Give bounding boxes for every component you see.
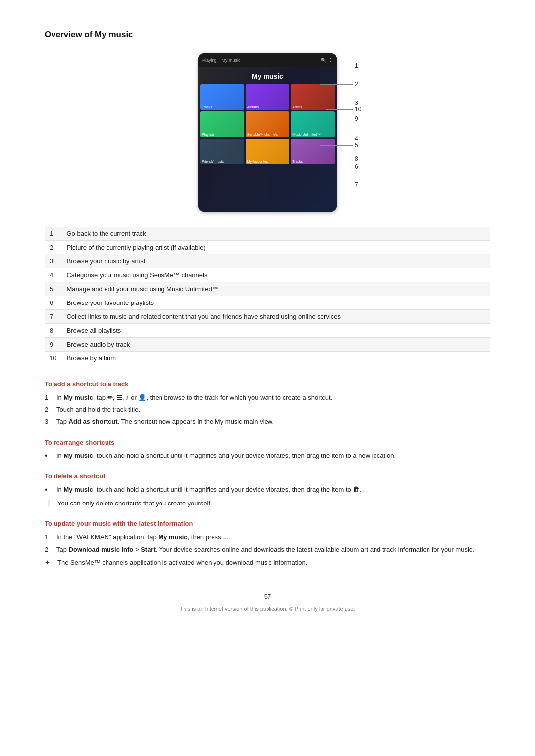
section-update-music: To update your music with the latest inf… [45, 520, 490, 568]
cell-label-myfav2: Tracks [292, 160, 303, 163]
footer-copyright: This is an Internet version of this publ… [45, 606, 490, 612]
callout-line-1 [320, 66, 353, 66]
callout-num-4: 4 [355, 135, 362, 142]
page-num-value: 57 [264, 593, 271, 600]
section-title-delete: To delete a shortcut [45, 472, 490, 480]
table-cell-num: 9 [45, 338, 61, 352]
cell-label-friends: Friends' music [202, 160, 224, 163]
steps-update: 1 In the "WALKMAN" application, tap My m… [45, 532, 490, 554]
page-container: Overview of My music Playing My music 🔍 [45, 0, 490, 652]
note-text-update: The SensMe™ channels application is acti… [57, 558, 490, 568]
note-icon-delete: ❕ [45, 499, 54, 508]
note-update: ✦ The SensMe™ channels application is ac… [45, 558, 490, 568]
callout-line-3 [320, 103, 353, 103]
table-cell-num: 5 [45, 282, 61, 296]
callout-num-9: 9 [355, 115, 362, 122]
table-row: 2Picture of the currently playing artist… [45, 241, 490, 254]
note-text-delete: You can only delete shortcuts that you c… [57, 499, 490, 508]
table-row: 1Go back to the current track [45, 227, 490, 241]
callout-num-3: 3 [355, 100, 362, 106]
callout-9: 9 [320, 115, 362, 122]
grid-cell-tracks: Tracks [200, 84, 244, 110]
table-row: 10Browse by album [45, 352, 490, 365]
table-cell-desc: Manage and edit your music using Music U… [61, 282, 490, 296]
callout-8: 8 [320, 155, 362, 162]
grid-cell-sensme: SensMe™ channels [246, 111, 290, 137]
section-title-update: To update your music with the latest inf… [45, 520, 490, 527]
table-cell-desc: Browse your favourite playlists [61, 296, 490, 310]
grid-cell-friends: Friends' music [200, 139, 244, 164]
callout-2: 2 [320, 81, 362, 88]
callout-line-10 [326, 109, 353, 110]
step-3-add-shortcut: 3 Tap Add as shortcut. The shortcut now … [45, 417, 490, 427]
callout-line-7 [320, 185, 353, 185]
phone-mock: Playing My music 🔍 ⋮ My music [198, 53, 337, 212]
table-row: 3Browse your music by artist [45, 254, 490, 268]
table-cell-num: 4 [45, 268, 61, 282]
nav-mymusic: My music [222, 58, 241, 63]
bullet-text-delete: In My music, touch and hold a shortcut u… [56, 485, 490, 495]
bullet-text-rearrange: In My music, touch and hold a shortcut u… [56, 451, 490, 461]
section-title-rearrange: To rearrange shortcuts [45, 439, 490, 446]
cell-label-artists: Artists [292, 105, 302, 109]
table-cell-desc: Collect links to music and related conte… [61, 310, 490, 324]
table-cell-desc: Browse all playlists [61, 324, 490, 338]
grid-row-3: Friends' music My favourites Tracks [200, 139, 335, 164]
step-text-update-1: In the "WALKMAN" application, tap My mus… [56, 532, 490, 542]
step-2-add-shortcut: 2 Touch and hold the track title. [45, 405, 490, 415]
section-rearrange-shortcuts: To rearrange shortcuts • In My music, to… [45, 439, 490, 461]
table-row: 6Browse your favourite playlists [45, 296, 490, 310]
phone-with-callouts: Playing My music 🔍 ⋮ My music [173, 53, 362, 212]
callout-numbers: 1 2 3 10 9 [322, 58, 362, 217]
cell-label-playlists: Playlists [202, 133, 214, 136]
callout-num-1: 1 [355, 62, 362, 69]
callout-3: 3 [320, 100, 362, 106]
cell-label-albums: Albums [247, 105, 259, 109]
callout-line-9 [320, 119, 353, 119]
callout-6: 6 [320, 163, 362, 170]
page-title: Overview of My music [45, 30, 490, 40]
callout-1: 1 [320, 62, 362, 69]
section-delete-shortcut: To delete a shortcut • In My music, touc… [45, 472, 490, 508]
step-text-1: In My music, tap ✏, ☰, ♪ or 👤, then brow… [56, 393, 490, 403]
table-row: 5Manage and edit your music using Music … [45, 282, 490, 296]
bullet-dot-rearrange: • [45, 451, 53, 461]
section-add-shortcut: To add a shortcut to a track 1 In My mus… [45, 380, 490, 427]
step-num-update-2: 2 [45, 545, 53, 554]
page-number: 57 [45, 593, 490, 600]
step-num-2: 2 [45, 405, 53, 415]
callout-line-6 [320, 167, 353, 167]
reference-table: 1Go back to the current track2Picture of… [45, 227, 490, 365]
nav-playing: Playing [202, 58, 217, 63]
cell-label-sensme: SensMe™ channels [247, 133, 278, 136]
table-row: 8Browse all playlists [45, 324, 490, 338]
callout-num-7: 7 [355, 181, 362, 188]
table-cell-desc: Browse your music by artist [61, 254, 490, 268]
table-cell-num: 10 [45, 352, 61, 365]
table-cell-num: 6 [45, 296, 61, 310]
grid-cell-playlists: Playlists [200, 111, 244, 137]
step-num-update-1: 1 [45, 532, 53, 542]
table-cell-desc: Browse by album [61, 352, 490, 365]
grid-cell-favorites: My favourites [246, 139, 290, 164]
callout-num-10: 10 [355, 106, 362, 113]
table-cell-num: 8 [45, 324, 61, 338]
step-text-update-2: Tap Download music info > Start. Your de… [56, 545, 490, 554]
step-1-add-shortcut: 1 In My music, tap ✏, ☰, ♪ or 👤, then br… [45, 393, 490, 403]
step-num-3: 3 [45, 417, 53, 427]
cell-label-tracks: Tracks [202, 105, 212, 109]
grid-row-1: Tracks Albums Artists [200, 84, 335, 110]
table-cell-desc: Go back to the current track [61, 227, 490, 241]
step-num-1: 1 [45, 393, 53, 403]
bullet-dot-delete: • [45, 485, 53, 495]
callout-line-5 [320, 145, 353, 146]
callout-line-8 [320, 159, 353, 159]
callout-num-2: 2 [355, 81, 362, 88]
grid-cell-albums: Albums [246, 84, 290, 110]
phone-screen: Playing My music 🔍 ⋮ My music [198, 53, 337, 212]
table-cell-num: 1 [45, 227, 61, 241]
phone-diagram: Playing My music 🔍 ⋮ My music [45, 53, 490, 212]
bullet-rearrange: • In My music, touch and hold a shortcut… [45, 451, 490, 461]
step-text-2: Touch and hold the track title. [56, 405, 490, 415]
table-row: 9Browse audio by track [45, 338, 490, 352]
